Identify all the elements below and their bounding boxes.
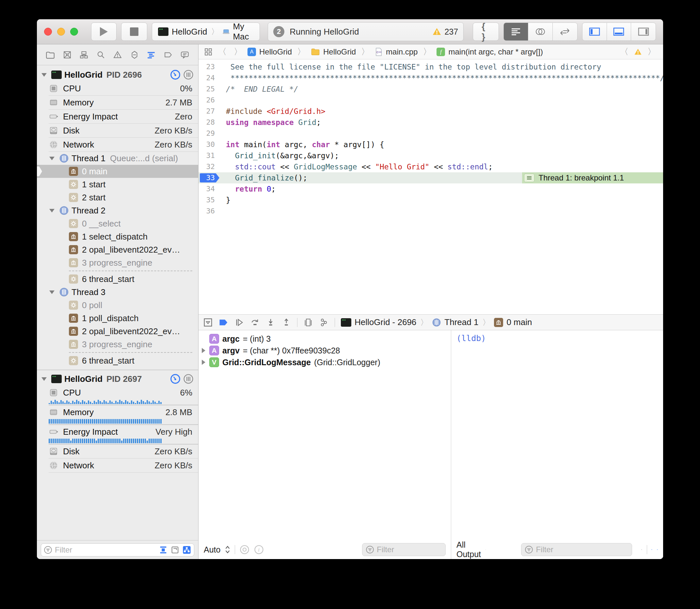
source-control-navigator-icon[interactable] [62,51,72,59]
code-text[interactable]: See the full license in the file "LICENS… [220,62,601,72]
jumpbar-project[interactable]: HelloGrid [259,47,292,56]
stack-frame-row[interactable]: 1 poll_dispatch [37,312,198,325]
code-text[interactable]: #include <Grid/Grid.h> [220,106,325,117]
stack-frame-row[interactable]: 6 thread_start [37,354,198,367]
gauge-row-disk[interactable]: DiskZero KB/s [49,124,198,138]
toggle-debug-area-button[interactable] [607,23,631,40]
code-text[interactable]: using namespace Grid; [220,117,321,128]
code-text[interactable]: ****************************************… [220,72,663,84]
debug-view-hierarchy-icon[interactable] [303,318,313,327]
line-number[interactable]: 23 [199,62,220,72]
breakpoint-navigator-icon[interactable] [163,51,173,59]
line-number[interactable]: 32 [199,161,220,172]
jumpbar-file[interactable]: main.cpp [386,47,417,56]
line-number[interactable]: 24 [199,72,220,84]
line-number[interactable]: 36 [199,206,220,217]
stack-frame-row[interactable]: 3 progress_engine [37,338,198,351]
debugbar-process[interactable]: HelloGrid - 2696 [355,317,416,327]
debugbar-frame[interactable]: 0 main [507,317,532,327]
disclosure-triangle[interactable] [41,377,47,381]
code-text[interactable]: int main(int argc, char * argv[]) { [220,139,384,150]
hide-debug-area-icon[interactable] [203,317,213,327]
code-snippets-button[interactable]: { } [473,22,499,41]
jumpbar-group[interactable]: HelloGrid [323,47,356,56]
show-running-blocks-filter-icon[interactable] [159,545,168,555]
variables-filter-input[interactable] [377,545,442,554]
memory-graph-icon[interactable] [319,318,329,327]
jumpbar-symbol[interactable]: main(int argc, char * argv[]) [448,47,543,56]
version-editor-button[interactable] [553,23,577,40]
gauge-row-network[interactable]: NetworkZero KB/s [49,138,198,152]
stop-button[interactable] [121,22,147,41]
variables-filter-field[interactable] [362,543,446,556]
performance-gauge-icon[interactable] [170,70,181,80]
console-filter-input[interactable] [536,545,611,554]
code-text[interactable]: std::cout << GridLogMessage << "Hello Gr… [220,161,493,172]
line-number[interactable]: 30 [199,139,220,150]
console-scope-popup[interactable]: All Output [457,540,481,559]
console-output[interactable]: (lldb) [451,330,663,540]
report-navigator-icon[interactable] [180,51,190,59]
process-row[interactable]: HelloGridPID 2697 [37,372,198,386]
print-description-icon[interactable]: i [254,545,264,555]
disclosure-triangle[interactable] [202,360,205,365]
variables-scope-popup[interactable]: Auto [204,545,220,555]
memory-report-icon[interactable] [183,374,193,384]
source-editor[interactable]: 23 See the full license in the file "LIC… [199,59,663,314]
disclosure-triangle[interactable] [41,73,47,77]
code-text[interactable]: return 0; [220,184,276,194]
performance-gauge-icon[interactable] [170,374,181,384]
zoom-window-button[interactable] [70,28,78,36]
variable-row[interactable]: VGrid::GridLogMessage(Grid::GridLogger) [199,356,451,368]
gauge-row-network[interactable]: NetworkZero KB/s [49,458,198,473]
stack-frame-row[interactable]: 0 __select [37,217,198,230]
quick-look-icon[interactable] [240,545,250,555]
gauge-row-memory[interactable]: Memory2.8 MB [49,405,198,425]
disclosure-triangle[interactable] [49,209,54,212]
stack-frame-row[interactable]: 1 start [37,178,198,191]
line-number[interactable]: 26 [199,94,220,106]
thread-row[interactable]: Thread 2 [37,204,198,217]
breakpoint-annotation[interactable]: Thread 1: breakpoint 1.1 [522,172,663,184]
line-number[interactable]: 25 [199,84,220,94]
previous-issue-button[interactable]: 〈 [618,46,630,57]
standard-editor-button[interactable] [504,23,528,40]
code-text[interactable]: Grid_init(&argc,&argv); [220,150,339,161]
test-navigator-icon[interactable] [130,51,139,59]
related-items-icon[interactable] [204,48,213,56]
gauge-row-energy-impact[interactable]: Energy ImpactZero [49,110,198,124]
issue-navigator-icon[interactable] [113,51,122,59]
process-row[interactable]: HelloGridPID 2696 [37,68,198,82]
console-filter-field[interactable] [521,543,632,556]
show-console-view-icon[interactable] [657,545,658,555]
disclosure-triangle[interactable] [49,291,54,294]
breakpoint-line-number[interactable]: 33 [199,172,220,184]
run-button[interactable] [91,22,117,41]
line-number[interactable]: 29 [199,128,220,139]
back-button[interactable]: 〈 [216,46,228,57]
disclosure-triangle[interactable] [202,348,205,353]
gauge-row-memory[interactable]: Memory2.7 MB [49,95,198,110]
code-text[interactable] [220,94,226,106]
stack-frame-row[interactable]: 0 poll [37,299,198,312]
gauge-row-cpu[interactable]: CPU0% [49,82,198,95]
stack-frame-row[interactable]: 3 progress_engine [37,256,198,269]
stepper-icon[interactable] [225,545,230,554]
scheme-selector[interactable]: HelloGrid 〉 My Mac [152,22,260,41]
gauge-row-cpu[interactable]: CPU6% [49,386,198,405]
continue-execution-icon[interactable] [235,318,244,327]
minimize-window-button[interactable] [57,28,65,36]
stack-frame-row[interactable]: 1 select_dispatch [37,230,198,243]
code-text[interactable] [220,206,226,217]
next-issue-button[interactable]: 〉 [646,46,658,57]
stepper-icon[interactable] [485,545,486,554]
symbol-navigator-icon[interactable] [79,51,89,59]
code-text[interactable]: /* END LEGAL */ [220,84,298,94]
toggle-navigator-button[interactable] [582,23,607,40]
stack-frame-row[interactable]: 2 opal_libevent2022_ev… [37,325,198,338]
debugbar-thread[interactable]: Thread 1 [444,317,478,327]
step-into-icon[interactable] [266,318,276,327]
close-window-button[interactable] [44,28,52,36]
line-number[interactable]: 31 [199,150,220,161]
navigator-filter-field[interactable] [41,543,194,556]
